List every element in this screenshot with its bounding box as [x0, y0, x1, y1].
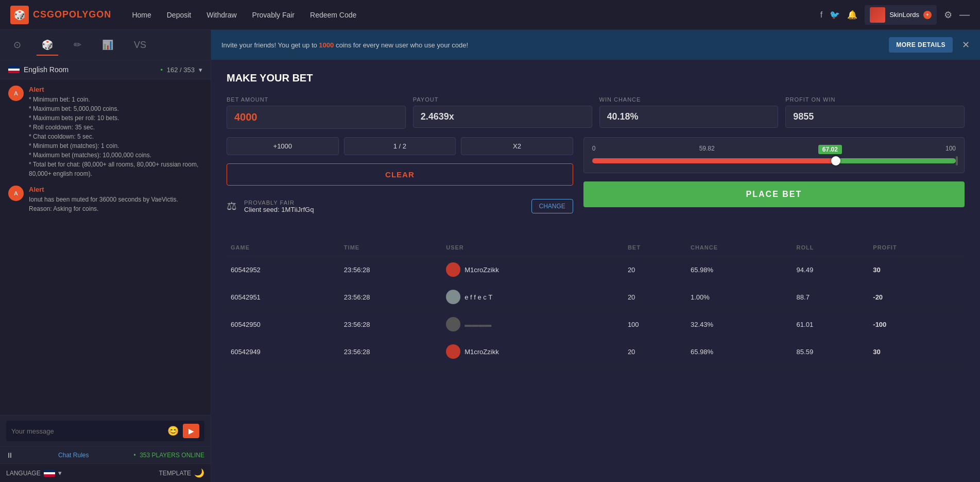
cell-roll: 94.49	[793, 256, 869, 284]
cell-chance: 1.00%	[686, 284, 793, 311]
slider-green-section	[836, 158, 956, 163]
profit-on-win-input[interactable]	[785, 106, 965, 128]
provably-fair-row: ⚖ PROVABLY FAIR Client seed: 1MTiiJrfGq …	[227, 194, 573, 219]
bet-amount-group: BET AMOUNT	[227, 96, 406, 129]
double-button[interactable]: X2	[461, 137, 573, 155]
navbar: 🎲 CSGOPOLYGON Home Deposit Withdraw Prov…	[0, 0, 980, 30]
tab-dice[interactable]: 🎲	[37, 35, 58, 55]
range-area: 0 59.82 67.02 100	[583, 137, 965, 173]
chat-footer: ⏸ Chat Rules • 353 PLAYERS ONLINE	[0, 446, 211, 463]
facebook-icon[interactable]: f	[820, 10, 822, 20]
chat-sender-alert1: Alert	[29, 86, 202, 93]
chat-input[interactable]	[11, 427, 163, 435]
cell-profit: 30	[869, 338, 965, 365]
language-label: LANGUAGE	[6, 470, 41, 477]
cell-roll: 88.7	[793, 284, 869, 311]
send-button[interactable]: ▶	[183, 424, 199, 438]
place-bet-button[interactable]: PLACE BET	[583, 181, 965, 207]
slider-red-section	[592, 158, 836, 163]
range-badge: 67.02	[818, 145, 842, 154]
profit-on-win-label: PROFIT ON WIN	[785, 96, 965, 103]
win-chance-label: WIN CHANCE	[599, 96, 779, 103]
user-name: SkinLords	[889, 11, 919, 19]
payout-label: PAYOUT	[413, 96, 592, 103]
chat-area: A Alert * Minimum bet: 1 coin. * Maximum…	[0, 79, 211, 415]
template-selector[interactable]: TEMPLATE 🌙	[159, 468, 204, 478]
main-layout: ⊙ 🎲 ✏ 📊 VS English Room • 162 / 353 ▾	[0, 30, 980, 482]
cell-chance: 65.98%	[686, 338, 793, 365]
logo-text: CSGOPOLYGON	[33, 9, 111, 20]
table-header: GAME TIME USER BET CHANCE ROLL PROFIT	[227, 239, 965, 256]
more-details-button[interactable]: MORE DETAILS	[889, 37, 953, 53]
chat-input-area: 😊 ▶	[0, 415, 211, 446]
chat-content-alert2: Alert Ionut has been muted for 36000 sec…	[29, 186, 202, 213]
slider-thumb[interactable]	[831, 156, 840, 165]
bet-controls-right: 0 59.82 67.02 100	[583, 137, 965, 227]
profit-on-win-group: PROFIT ON WIN	[785, 96, 965, 129]
logo-area[interactable]: 🎲 CSGOPOLYGON	[10, 6, 111, 24]
change-seed-button[interactable]: CHANGE	[531, 199, 573, 213]
cell-bet: 20	[624, 338, 686, 365]
cell-profit: 30	[869, 256, 965, 284]
table-row: 60542949 23:56:28 M1croZzikk 20 65.98% 8…	[227, 338, 965, 365]
table-section: GAME TIME USER BET CHANCE ROLL PROFIT 60…	[211, 239, 980, 376]
chat-content-alert1: Alert * Minimum bet: 1 coin. * Maximum b…	[29, 86, 202, 178]
room-count: • 162 / 353	[161, 66, 195, 74]
chat-avatar-alert2: A	[8, 186, 24, 201]
pause-button[interactable]: ⏸	[6, 451, 13, 459]
volume-icon[interactable]: 🔔	[847, 10, 857, 20]
slider-end-tick	[956, 156, 958, 165]
slider-track[interactable]	[592, 158, 956, 163]
sidebar: ⊙ 🎲 ✏ 📊 VS English Room • 162 / 353 ▾	[0, 30, 211, 482]
chat-message-1: A Alert * Minimum bet: 1 coin. * Maximum…	[8, 86, 202, 178]
user-area[interactable]: SkinLords +	[865, 5, 937, 25]
plus-1000-button[interactable]: +1000	[227, 137, 339, 155]
tab-vs[interactable]: VS	[129, 36, 151, 55]
range-labels: 0 59.82 67.02 100	[592, 145, 956, 154]
betting-area: MAKE YOUR BET BET AMOUNT PAYOUT WIN CHAN…	[211, 60, 980, 239]
tab-edit[interactable]: ✏	[68, 35, 87, 55]
chat-avatar-alert1: A	[8, 86, 24, 101]
slider-track-bg	[592, 158, 956, 163]
emoji-button[interactable]: 😊	[167, 425, 179, 437]
tab-roulette[interactable]: ⊙	[8, 35, 26, 55]
payout-group: PAYOUT	[413, 96, 592, 129]
cell-game: 60542951	[227, 284, 340, 311]
language-flag	[44, 470, 55, 477]
dice-icon: 🎲	[42, 40, 53, 50]
nav-link-deposit[interactable]: Deposit	[167, 11, 191, 19]
cell-user: e f f e c T	[442, 284, 624, 311]
minimize-button[interactable]: —	[959, 9, 970, 21]
user-plus-icon: +	[923, 11, 932, 19]
clear-button[interactable]: CLEAR	[227, 163, 573, 186]
col-time: TIME	[340, 239, 442, 256]
col-bet: BET	[624, 239, 686, 256]
win-chance-input[interactable]	[599, 106, 779, 128]
bet-actions-row: +1000 1 / 2 X2	[227, 137, 573, 155]
nav-links: Home Deposit Withdraw Provably Fair Rede…	[132, 11, 820, 19]
tab-stats[interactable]: 📊	[97, 35, 118, 55]
nav-link-redeem-code[interactable]: Redeem Code	[310, 11, 356, 19]
half-button[interactable]: 1 / 2	[344, 137, 456, 155]
twitter-icon[interactable]: 🐦	[830, 10, 840, 20]
cell-game: 60542952	[227, 256, 340, 284]
cell-roll: 61.01	[793, 311, 869, 338]
nav-link-withdraw[interactable]: Withdraw	[207, 11, 236, 19]
banner-close-button[interactable]: ✕	[962, 39, 970, 51]
chat-rules-link[interactable]: Chat Rules	[58, 452, 89, 459]
bet-amount-input[interactable]	[227, 106, 406, 129]
cell-bet: 20	[624, 256, 686, 284]
language-selector[interactable]: LANGUAGE ▾	[6, 469, 62, 477]
payout-input[interactable]	[413, 106, 592, 128]
room-selector[interactable]: English Room • 162 / 353 ▾	[0, 60, 211, 79]
flag-icon	[8, 66, 20, 73]
nav-link-home[interactable]: Home	[132, 11, 151, 19]
nav-link-provably-fair[interactable]: Provably Fair	[252, 11, 295, 19]
table-body: 60542952 23:56:28 M1croZzikk 20 65.98% 9…	[227, 256, 965, 365]
svg-text:🎲: 🎲	[14, 9, 26, 21]
logo-icon: 🎲	[10, 6, 29, 24]
bet-amount-label: BET AMOUNT	[227, 96, 406, 103]
settings-button[interactable]: ⚙	[944, 9, 952, 21]
section-title: MAKE YOUR BET	[227, 72, 965, 84]
main-content: Invite your friends! You get up to 1000 …	[211, 30, 980, 482]
